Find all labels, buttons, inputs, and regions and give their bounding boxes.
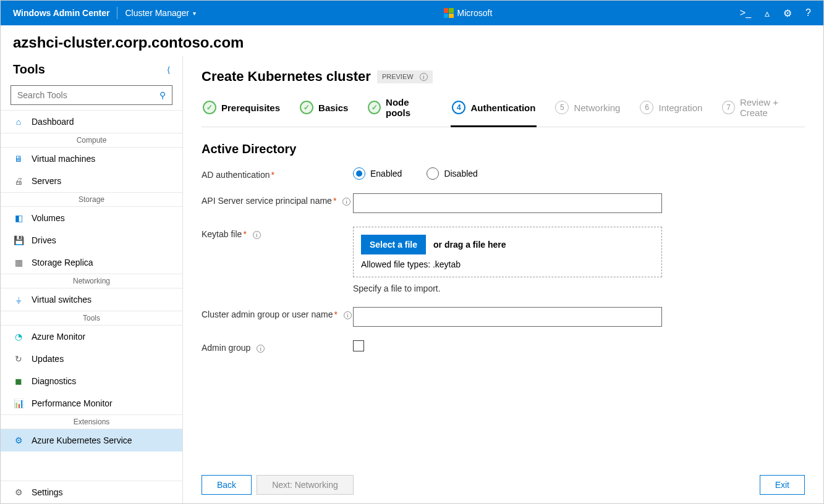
azure-monitor-icon: ◔ [13, 332, 24, 342]
step-review-create[interactable]: 7 Review + Create [721, 97, 805, 127]
sidebar-item-label: Azure Kubernetes Service [32, 435, 132, 445]
step-authentication[interactable]: 4 Authentication [451, 97, 537, 127]
sidebar-item-servers[interactable]: 🖨 Servers [1, 170, 182, 192]
page-title: Create Kubernetes cluster [202, 69, 371, 85]
sidebar-item-volumes[interactable]: ◧ Volumes [1, 207, 182, 229]
section-title: Active Directory [202, 142, 805, 156]
help-icon[interactable]: ? [805, 7, 811, 19]
step-number: 6 [640, 101, 653, 114]
sidebar-item-dashboard[interactable]: ⌂ Dashboard [1, 111, 182, 133]
drives-icon: 💾 [13, 235, 24, 245]
preview-badge: PREVIEW i [377, 70, 433, 83]
sidebar-item-label: Diagnostics [32, 376, 76, 386]
step-node-pools[interactable]: ✓ Node pools [367, 97, 433, 127]
microsoft-logo-icon [444, 8, 454, 18]
step-number: 4 [452, 101, 465, 114]
updates-icon: ↻ [13, 354, 24, 364]
sidebar-item-label: Virtual machines [32, 154, 95, 164]
sidebar: Tools ⟨ ⚲ ⌂ Dashboard Compute 🖥 Virtual … [1, 56, 183, 503]
radio-disabled[interactable]: Disabled [427, 167, 477, 180]
volumes-icon: ◧ [13, 213, 24, 223]
sidebar-item-label: Volumes [32, 213, 65, 223]
performance-icon: 📊 [13, 398, 24, 408]
keytab-dropzone[interactable]: Select a file or drag a file here Allowe… [353, 227, 662, 277]
search-tools-input[interactable] [17, 90, 159, 100]
top-bar: Windows Admin Center Cluster Manager ▾ M… [1, 1, 823, 25]
select-file-button[interactable]: Select a file [361, 235, 426, 254]
search-tools-box[interactable]: ⚲ [11, 85, 172, 105]
sidebar-item-label: Virtual switches [32, 295, 91, 304]
brand-label: Microsoft [457, 8, 493, 18]
sidebar-item-diagnostics[interactable]: ◼ Diagnostics [1, 370, 182, 392]
monitor-icon: 🖥 [13, 154, 24, 164]
step-prerequisites[interactable]: ✓ Prerequisites [202, 97, 281, 127]
drag-text: or drag a file here [433, 240, 506, 250]
sidebar-item-updates[interactable]: ↻ Updates [1, 348, 182, 370]
ad-auth-label: AD authentication* [202, 167, 353, 180]
storage-replica-icon: ▦ [13, 258, 24, 267]
step-basics[interactable]: ✓ Basics [299, 97, 349, 127]
app-name[interactable]: Windows Admin Center [13, 8, 109, 18]
tools-heading: Tools [13, 62, 45, 77]
keytab-label: Keytab file* i [202, 227, 353, 239]
nav-group-storage: Storage [1, 193, 182, 207]
sidebar-item-drives[interactable]: 💾 Drives [1, 229, 182, 251]
info-icon[interactable]: i [253, 231, 261, 239]
info-icon[interactable]: i [257, 345, 265, 353]
radio-enabled[interactable]: Enabled [353, 167, 402, 180]
sidebar-item-label: Storage Replica [32, 258, 93, 267]
sidebar-item-settings[interactable]: ⚙ Settings [1, 481, 182, 503]
api-spn-input[interactable] [353, 193, 662, 213]
diagnostics-icon: ◼ [13, 376, 24, 386]
home-icon: ⌂ [13, 117, 24, 127]
api-spn-label: API Server service principal name* i [202, 193, 353, 206]
sidebar-item-azure-monitor[interactable]: ◔ Azure Monitor [1, 326, 182, 348]
allowed-types: Allowed file types: .keytab [361, 259, 654, 269]
wizard-steps: ✓ Prerequisites ✓ Basics ✓ Node pools 4 … [202, 97, 805, 127]
terminal-icon[interactable]: >_ [740, 7, 751, 19]
exit-button[interactable]: Exit [760, 475, 805, 495]
nav-group-networking: Networking [1, 274, 182, 288]
next-button[interactable]: Next: Networking [257, 475, 354, 495]
sidebar-item-virtual-switches[interactable]: ⏚ Virtual switches [1, 288, 182, 311]
check-icon: ✓ [368, 101, 381, 114]
sidebar-item-aks[interactable]: ⚙ Azure Kubernetes Service [1, 429, 182, 452]
sidebar-item-label: Settings [32, 487, 63, 497]
admin-group-user-label: Cluster admin group or user name* i [202, 307, 353, 319]
sidebar-item-storage-replica[interactable]: ▦ Storage Replica [1, 251, 182, 274]
step-integration[interactable]: 6 Integration [639, 97, 703, 127]
step-number: 7 [722, 101, 735, 114]
back-button[interactable]: Back [202, 475, 252, 495]
sidebar-item-performance-monitor[interactable]: 📊 Performance Monitor [1, 392, 182, 414]
info-icon[interactable]: i [342, 198, 350, 206]
settings-gear-icon[interactable]: ⚙ [783, 7, 792, 19]
sidebar-item-label: Drives [32, 235, 56, 245]
info-icon[interactable]: i [344, 311, 352, 319]
switches-icon: ⏚ [13, 295, 24, 304]
main-content: Create Kubernetes cluster PREVIEW i ✓ Pr… [183, 56, 823, 503]
cluster-title: azshci-cluster.corp.contoso.com [1, 25, 823, 56]
admin-group-user-input[interactable] [353, 307, 662, 327]
divider [117, 7, 117, 19]
info-icon[interactable]: i [420, 73, 428, 81]
breadcrumb-label: Cluster Manager [125, 8, 189, 18]
breadcrumb-dropdown[interactable]: Cluster Manager ▾ [125, 8, 196, 18]
notifications-icon[interactable]: ▵ [765, 7, 770, 19]
sidebar-item-label: Performance Monitor [32, 398, 113, 408]
admin-group-checkbox[interactable] [353, 340, 364, 351]
admin-group-label: Admin group i [202, 340, 353, 353]
step-networking[interactable]: 5 Networking [554, 97, 621, 127]
kubernetes-icon: ⚙ [13, 435, 24, 445]
nav-group-extensions: Extensions [1, 415, 182, 429]
nav-list: ⌂ Dashboard Compute 🖥 Virtual machines 🖨… [1, 110, 182, 481]
collapse-sidebar-icon[interactable]: ⟨ [167, 65, 170, 75]
check-icon: ✓ [300, 101, 313, 114]
server-icon: 🖨 [13, 176, 24, 186]
helper-text: Specify a file to import. [353, 284, 662, 293]
search-icon: ⚲ [159, 90, 166, 100]
nav-group-tools: Tools [1, 311, 182, 326]
sidebar-item-virtual-machines[interactable]: 🖥 Virtual machines [1, 148, 182, 170]
sidebar-item-label: Azure Monitor [32, 332, 85, 342]
sidebar-item-label: Servers [32, 176, 61, 186]
check-icon: ✓ [203, 101, 216, 114]
